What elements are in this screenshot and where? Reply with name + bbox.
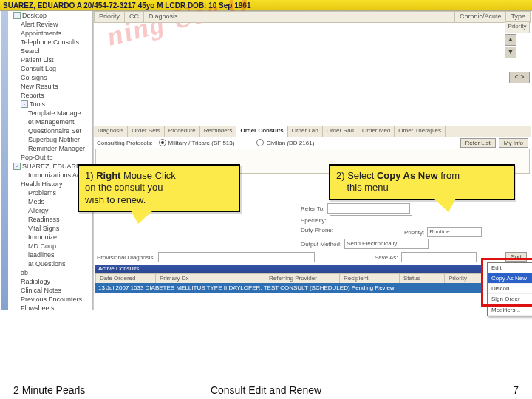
tree-item[interactable]: Flowsheets xyxy=(9,304,92,310)
tree-item[interactable]: Radiology xyxy=(9,277,92,286)
nav-tree[interactable]: -DesktopAlert ReviewAppointmentsTelephon… xyxy=(9,11,93,310)
tab-order-sets[interactable]: Order Sets xyxy=(128,126,165,137)
problem-columns-header: PriorityCC Diagnosis Chronic/AcuteType xyxy=(94,11,531,23)
tree-item[interactable]: Patient List xyxy=(9,55,92,64)
callout-step-2: 2) Select Copy As New from this menu xyxy=(329,164,515,200)
provisional-diagnosis-field[interactable] xyxy=(158,252,315,262)
patient-banner: SUAREZ, EDUARDO A 20/454-72-3217 45yo M … xyxy=(0,0,532,11)
output-method-field[interactable]: Send Electronically xyxy=(344,239,429,249)
radio-military[interactable] xyxy=(159,139,166,146)
tab-other-therapies[interactable]: Other Therapies xyxy=(395,126,446,137)
tab-order-med[interactable]: Order Med xyxy=(358,126,395,137)
footer-page-number: 7 xyxy=(513,384,519,396)
refer-to-field[interactable] xyxy=(327,203,410,214)
tree-item[interactable]: Search xyxy=(9,47,92,55)
consulting-protocols-row: Consulting Protocols: Military / Tricare… xyxy=(97,138,528,147)
tab-diagnosis[interactable]: Diagnosis xyxy=(94,126,128,137)
tree-item[interactable]: Reports xyxy=(9,91,92,100)
tab-reminders[interactable]: Reminders xyxy=(200,126,237,137)
tree-item[interactable]: -Tools xyxy=(9,100,92,109)
main-panel: PriorityCC Diagnosis Chronic/AcuteType P… xyxy=(93,11,531,310)
consult-row-selected[interactable]: 13 Jul 2007 1033 DIABETES MELLITUS TYPE … xyxy=(95,283,483,293)
sort-button[interactable]: Sort xyxy=(505,252,527,262)
save-as-field[interactable] xyxy=(401,252,477,262)
tab-procedure[interactable]: Procedure xyxy=(165,126,200,137)
tree-item[interactable]: New Results xyxy=(9,82,92,91)
context-menu[interactable]: EditCopy As NewDisconSign Order Modifier… xyxy=(487,262,532,316)
tab-order-consults[interactable]: Order Consults xyxy=(236,126,287,137)
refer-list-button[interactable]: Refer List xyxy=(460,138,496,148)
context-menu-item[interactable]: Discon xyxy=(488,284,532,294)
my-info-button[interactable]: My Info xyxy=(499,138,528,148)
context-menu-item[interactable]: Modifiers... xyxy=(488,305,532,316)
context-menu-item[interactable]: Edit xyxy=(488,263,532,273)
tree-item[interactable]: Telephone Consults xyxy=(9,38,92,47)
priority-label: Priority xyxy=(505,21,530,33)
tree-item[interactable]: at Questions xyxy=(9,259,92,268)
tree-item[interactable]: Vital Signs xyxy=(9,224,92,233)
tree-item[interactable]: Template Manage xyxy=(9,109,92,117)
tab-order-lab[interactable]: Order Lab xyxy=(288,126,323,137)
tree-item[interactable]: leadlines xyxy=(9,250,92,259)
consult-grid-header: Date Ordered Primary Dx Referring Provid… xyxy=(95,273,483,284)
tree-item[interactable]: et Management xyxy=(9,117,92,126)
tree-item[interactable]: Previous Encounters xyxy=(9,295,92,304)
context-menu-item[interactable]: Sign Order xyxy=(488,294,532,304)
priority-down-button[interactable]: ▼ xyxy=(505,47,516,58)
tree-item[interactable]: Reminder Manager xyxy=(9,144,92,153)
tree-item[interactable]: Clinical Notes xyxy=(9,286,92,295)
tree-item[interactable]: Co-signs xyxy=(9,73,92,82)
tree-item[interactable]: Alert Review xyxy=(9,20,92,29)
priority-side-panel: Priority ▲ ▼ xyxy=(505,21,530,58)
slide-footer: 2 Minute Pearls Consult Edit and Renew 7 xyxy=(0,381,532,399)
priority-field[interactable]: Routine xyxy=(427,227,482,237)
tree-item[interactable]: Consult Log xyxy=(9,64,92,73)
tab-order-rad[interactable]: Order Rad xyxy=(323,126,358,137)
tree-item[interactable]: Immunize xyxy=(9,233,92,242)
tree-item[interactable]: -Desktop xyxy=(9,11,92,20)
specialty-field[interactable] xyxy=(330,215,412,225)
tree-item[interactable]: ab xyxy=(9,268,92,277)
nav-prev-next[interactable]: < > xyxy=(509,72,530,83)
tree-item[interactable]: Pop-Out to xyxy=(9,153,92,162)
context-menu-item[interactable]: Copy As New xyxy=(488,273,532,284)
tree-item[interactable]: Superbug Notifier xyxy=(9,135,92,144)
active-consults-header: Active Consults xyxy=(95,265,483,273)
tree-item[interactable]: Readiness xyxy=(9,215,92,224)
order-tabs[interactable]: DiagnosisOrder SetsProcedureRemindersOrd… xyxy=(94,126,531,137)
tree-item[interactable]: Appointments xyxy=(9,29,92,38)
tree-scrollbar-rail[interactable] xyxy=(1,11,8,310)
tree-item[interactable]: MD Coup xyxy=(9,242,92,250)
tree-item[interactable]: Questionnaire Set xyxy=(9,126,92,135)
priority-up-button[interactable]: ▲ xyxy=(505,34,516,46)
radio-civilian[interactable] xyxy=(256,139,264,146)
callout-step-1: 1) Right Mouse Click on the consult you … xyxy=(78,164,240,212)
footer-left: 2 Minute Pearls xyxy=(13,384,85,396)
